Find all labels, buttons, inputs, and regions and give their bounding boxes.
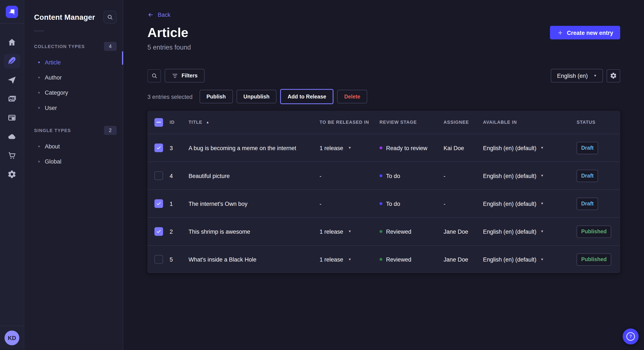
table-row[interactable]: 5 What's inside a Black Hole 1 release▼ … [147, 245, 620, 273]
stage-dot-icon [380, 146, 382, 149]
search-button[interactable] [147, 69, 161, 82]
entries-count: 5 entries found [147, 44, 191, 51]
rail-bottom-divider [0, 326, 24, 326]
rail-divider [0, 23, 24, 24]
bullet-icon [38, 146, 40, 147]
main-content: Back Article 5 entries found Create new … [123, 0, 644, 350]
strapi-logo-icon[interactable] [6, 6, 18, 18]
filters-button[interactable]: Filters [164, 69, 204, 82]
sidebar-item-category[interactable]: Category [24, 85, 123, 100]
gear-icon[interactable] [4, 167, 20, 181]
check-icon [156, 229, 162, 234]
sidebar-search-button[interactable] [104, 11, 117, 24]
row-checkbox[interactable] [154, 227, 163, 236]
cell-title: The internet's Own boy [188, 200, 320, 207]
cell-status: Published [577, 225, 620, 238]
cell-assignee: - [444, 200, 483, 207]
cell-id: 5 [170, 256, 188, 263]
cell-release: - [320, 200, 380, 207]
cell-release[interactable]: 1 release▼ [320, 256, 380, 263]
cell-release: - [320, 173, 380, 179]
user-avatar[interactable]: KD [4, 331, 19, 345]
cell-available-in[interactable]: English (en) (default)▼ [483, 228, 577, 235]
layout-builder-icon[interactable] [4, 110, 20, 125]
column-header-id[interactable]: ID [170, 120, 188, 125]
column-header-available[interactable]: AVAILABLE IN [483, 120, 577, 125]
row-checkbox[interactable] [154, 199, 163, 208]
publish-button[interactable]: Publish [200, 90, 233, 103]
row-checkbox[interactable] [154, 144, 163, 152]
cloud-icon[interactable] [4, 129, 20, 144]
sidebar-item-user[interactable]: User [24, 100, 123, 115]
cell-release[interactable]: 1 release▼ [320, 228, 380, 235]
column-header-stage[interactable]: REVIEW STAGE [380, 120, 444, 125]
help-button[interactable]: ? [623, 329, 639, 345]
cell-assignee: Jane Doe [444, 256, 483, 263]
sidebar-item-global[interactable]: Global [24, 154, 123, 169]
cell-review-stage: Reviewed [380, 228, 444, 235]
bullet-icon [38, 77, 40, 78]
row-checkbox[interactable] [154, 172, 163, 180]
cell-title: Beautiful picture [188, 173, 320, 179]
select-all-checkbox[interactable] [154, 118, 163, 127]
chevron-down-icon: ▼ [540, 146, 544, 150]
column-header-assignee[interactable]: ASSIGNEE [444, 120, 483, 125]
table-row[interactable]: 3 A bug is becoming a meme on the intern… [147, 134, 620, 162]
view-settings-button[interactable] [606, 69, 620, 82]
locale-select[interactable]: English (en) ▼ [551, 69, 603, 82]
arrow-left-icon [147, 11, 154, 18]
viewport: KD Content Manager COLLECTION TYPES 4 Ar… [0, 0, 644, 350]
media-library-icon[interactable] [4, 91, 20, 106]
column-header-status[interactable]: STATUS [577, 120, 620, 125]
add-to-release-button[interactable]: Add to Release [280, 89, 334, 104]
cell-id: 2 [170, 228, 188, 235]
chevron-down-icon: ▼ [348, 258, 352, 261]
status-badge: Published [577, 225, 611, 238]
cell-available-in[interactable]: English (en) (default)▼ [483, 145, 577, 151]
cart-icon[interactable] [4, 148, 20, 163]
sidebar-item-about[interactable]: About [24, 139, 123, 154]
page-title: Article [147, 26, 191, 39]
sidebar-item-article[interactable]: Article [24, 54, 123, 70]
bullet-icon [38, 161, 40, 162]
column-header-title[interactable]: TITLE▲ [188, 120, 320, 125]
check-icon [156, 145, 162, 151]
sidebar-item-author[interactable]: Author [24, 70, 123, 85]
send-icon[interactable] [4, 72, 20, 87]
create-new-entry-button[interactable]: Create new entry [550, 26, 620, 39]
cell-review-stage: To do [380, 200, 444, 207]
cell-status: Draft [577, 197, 620, 210]
status-badge: Draft [577, 170, 598, 182]
back-link[interactable]: Back [147, 11, 170, 18]
cell-status: Published [577, 253, 620, 266]
table-row[interactable]: 2 This shrimp is awesome 1 release▼ Revi… [147, 217, 620, 245]
status-badge: Draft [577, 197, 598, 210]
row-checkbox[interactable] [154, 255, 163, 264]
selection-count-label: 3 entries selected [147, 93, 192, 100]
cell-available-in[interactable]: English (en) (default)▼ [483, 200, 577, 207]
column-header-release[interactable]: TO BE RELEASED IN [320, 120, 380, 125]
single-types-section: SINGLE TYPES 2 About Global [24, 126, 123, 169]
chevron-down-icon: ▼ [348, 230, 352, 233]
collection-types-label: COLLECTION TYPES [34, 44, 85, 49]
chevron-down-icon: ▼ [540, 230, 544, 233]
delete-button[interactable]: Delete [337, 90, 367, 103]
single-types-count-badge: 2 [104, 126, 117, 135]
cell-review-stage: To do [380, 173, 444, 179]
table-row[interactable]: 1 The internet's Own boy - To do - Engli… [147, 189, 620, 217]
cell-available-in[interactable]: English (en) (default)▼ [483, 173, 577, 179]
cell-available-in[interactable]: English (en) (default)▼ [483, 256, 577, 263]
unpublish-button[interactable]: Unpublish [236, 90, 276, 103]
app-window: KD Content Manager COLLECTION TYPES 4 Ar… [0, 0, 644, 350]
cell-review-stage: Reviewed [380, 256, 444, 263]
cell-title: A bug is becoming a meme on the internet [188, 145, 320, 151]
stage-dot-icon [380, 174, 382, 177]
collection-types-section: COLLECTION TYPES 4 Article Author Catego… [24, 41, 123, 115]
cell-release[interactable]: 1 release▼ [320, 145, 380, 151]
content-manager-feather-icon[interactable] [4, 54, 20, 68]
table-row[interactable]: 4 Beautiful picture - To do - English (e… [147, 162, 620, 189]
status-badge: Published [577, 253, 611, 266]
home-icon[interactable] [4, 35, 20, 49]
cell-id: 1 [170, 200, 188, 207]
stage-dot-icon [380, 230, 382, 233]
